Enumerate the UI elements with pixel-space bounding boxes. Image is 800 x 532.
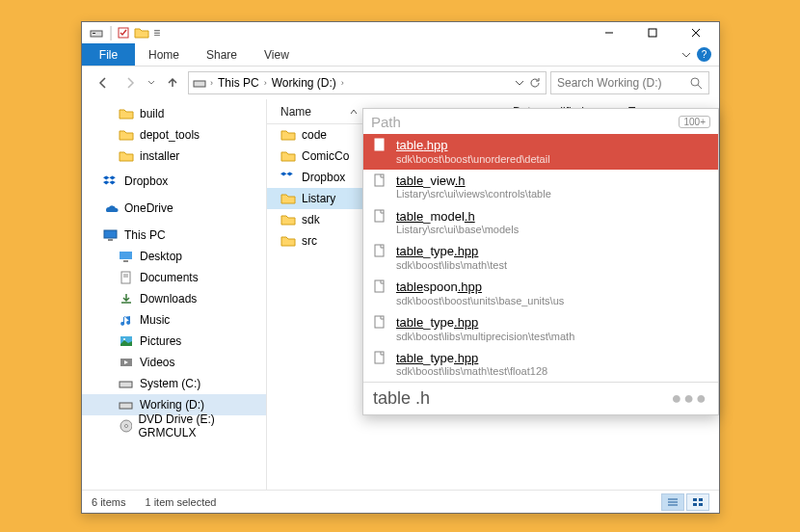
titlebar: | ≡ [82, 22, 719, 43]
svg-rect-0 [91, 31, 102, 37]
svg-point-23 [125, 425, 128, 428]
sidebar-item-label: System (C:) [140, 377, 200, 390]
result-title: table_type.hpp [396, 244, 507, 259]
svg-point-8 [691, 78, 699, 86]
minimize-button[interactable] [587, 22, 630, 43]
file-icon [373, 279, 387, 295]
search-placeholder: Search Working (D:) [557, 76, 661, 90]
chevron-right-icon[interactable]: › [210, 78, 213, 88]
svg-rect-28 [699, 498, 703, 501]
address-bar[interactable]: › This PC › Working (D:) › [188, 71, 547, 94]
sidebar-item-label: OneDrive [124, 201, 173, 215]
folder-icon [119, 107, 134, 120]
view-icons-button[interactable] [686, 493, 709, 511]
qat-divider: | [109, 24, 113, 41]
listary-results: table.hppsdk\boost\boost\unordered\detai… [363, 134, 718, 382]
forward-button[interactable] [119, 71, 142, 94]
svg-rect-29 [693, 503, 697, 506]
ribbon-tab-file[interactable]: File [82, 43, 135, 66]
help-icon[interactable]: ? [697, 47, 711, 62]
sidebar-item[interactable]: Videos [82, 352, 266, 373]
folder-icon [280, 128, 296, 142]
chevron-right-icon[interactable]: › [341, 78, 344, 88]
history-dropdown-icon[interactable] [146, 71, 157, 94]
file-icon [373, 315, 387, 331]
svg-rect-10 [104, 230, 117, 238]
listary-result-row[interactable]: table_type.hppsdk\boost\libs\multiprecis… [363, 311, 718, 347]
file-icon [373, 138, 387, 153]
sidebar[interactable]: build depot_tools installer Dropbox OneD… [82, 99, 267, 490]
ribbon-expand-icon[interactable] [681, 50, 691, 60]
dropbox-icon [103, 174, 119, 188]
listary-result-row[interactable]: table_view.hListary\src\ui\views\control… [363, 170, 718, 205]
listary-count-badge: 100+ [679, 116, 710, 128]
sidebar-item-label: installer [140, 149, 179, 163]
svg-rect-36 [375, 316, 384, 328]
listary-result-row[interactable]: table_model.hListary\src\ui\base\models [363, 205, 718, 241]
window-controls [587, 22, 717, 43]
sidebar-item[interactable]: DVD Drive (E:) GRMCULX [82, 415, 266, 437]
file-name: sdk [302, 213, 320, 226]
listary-query-bar[interactable]: table .h ●●● [363, 382, 718, 414]
sidebar-item-label: DVD Drive (E:) GRMCULX [138, 412, 262, 439]
sidebar-item[interactable]: depot_tools [82, 124, 266, 146]
close-button[interactable] [674, 22, 717, 43]
result-path: sdk\boost\libs\multiprecision\test\math [396, 331, 574, 343]
sidebar-item[interactable]: Music [82, 309, 266, 331]
svg-rect-7 [194, 81, 205, 87]
sidebar-item[interactable]: build [82, 103, 266, 124]
file-icon [373, 351, 387, 366]
qat-dropdown-icon[interactable]: ≡ [153, 26, 160, 40]
result-title: table_type.hpp [396, 351, 547, 366]
ribbon: File Home Share View ? [82, 43, 719, 66]
ribbon-tab-view[interactable]: View [251, 43, 303, 66]
up-button[interactable] [161, 71, 184, 94]
ribbon-tab-share[interactable]: Share [193, 43, 251, 66]
listary-result-row[interactable]: table_type.hppsdk\boost\libs\math\test [363, 240, 718, 276]
more-icon[interactable]: ●●● [671, 388, 708, 409]
sort-asc-icon [350, 109, 358, 115]
sidebar-item-dropbox[interactable]: Dropbox [82, 171, 266, 192]
breadcrumb-working[interactable]: Working (D:) [269, 76, 339, 90]
breadcrumb-thispc[interactable]: This PC [215, 76, 262, 90]
result-title: tablespoon.hpp [396, 279, 564, 295]
search-input[interactable]: Search Working (D:) [550, 71, 709, 94]
properties-icon[interactable] [117, 26, 130, 40]
folder-icon [280, 213, 296, 226]
address-dropdown-icon[interactable] [513, 76, 526, 90]
listary-result-row[interactable]: table.hppsdk\boost\boost\unordered\detai… [363, 134, 718, 170]
file-icon [373, 173, 387, 189]
back-button[interactable] [92, 71, 115, 94]
listary-result-row[interactable]: table_type.hppsdk\boost\libs\math\test\f… [363, 347, 718, 383]
file-name: ComicCo [302, 149, 349, 163]
quick-access-toolbar: | ≡ [84, 24, 160, 41]
sidebar-item[interactable]: Pictures [82, 331, 266, 352]
sidebar-item[interactable]: Downloads [82, 288, 266, 309]
folder-icon[interactable] [134, 26, 149, 40]
sidebar-item[interactable]: System (C:) [82, 373, 266, 394]
chevron-right-icon[interactable]: › [264, 78, 267, 88]
sidebar-item-onedrive[interactable]: OneDrive [82, 198, 266, 219]
file-name: Listary [302, 192, 335, 205]
music-icon [119, 313, 134, 327]
sidebar-item[interactable]: installer [82, 146, 266, 167]
sidebar-item-label: This PC [124, 228, 166, 242]
file-icon [373, 244, 387, 259]
ribbon-tab-home[interactable]: Home [135, 43, 193, 66]
listary-result-row[interactable]: tablespoon.hppsdk\boost\boost\units\base… [363, 276, 718, 311]
search-icon[interactable] [690, 77, 703, 90]
svg-rect-4 [649, 29, 656, 37]
file-icon [373, 209, 387, 225]
sidebar-item[interactable]: Desktop [82, 246, 266, 267]
downloads-icon [119, 292, 134, 306]
drive-icon [90, 26, 105, 40]
svg-rect-30 [699, 503, 703, 506]
view-details-button[interactable] [661, 493, 684, 511]
result-path: sdk\boost\boost\unordered\detail [396, 153, 550, 166]
sidebar-item[interactable]: Documents [82, 267, 266, 288]
folder-icon [119, 149, 134, 163]
refresh-icon[interactable] [528, 76, 542, 90]
sidebar-item-thispc[interactable]: This PC [82, 225, 266, 246]
maximize-button[interactable] [630, 22, 674, 43]
sidebar-item-label: depot_tools [140, 128, 200, 142]
